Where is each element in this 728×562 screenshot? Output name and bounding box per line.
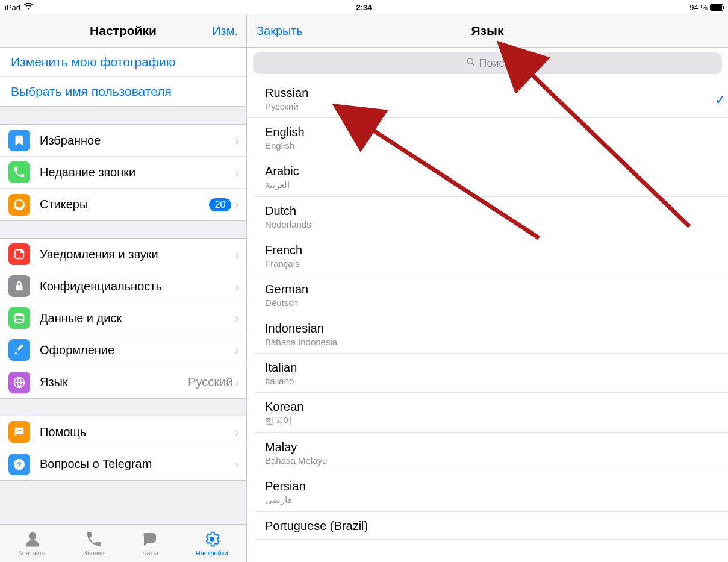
chevron-right-icon: › [235, 311, 239, 325]
language-native: Bahasa Melayu [265, 455, 718, 466]
tab-label: Настройки [196, 549, 228, 557]
tab-bar: Контакты Звонки Чаты Настройки [0, 524, 246, 562]
appearance-row[interactable]: Оформление › [0, 334, 246, 366]
help-row[interactable]: Помощь › [0, 416, 246, 448]
privacy-row[interactable]: Конфиденциальность › [0, 270, 246, 302]
language-row[interactable]: RussianРусский✓ [247, 79, 728, 118]
settings-title: Настройки [90, 23, 157, 38]
language-native: Italiano [265, 376, 718, 386]
language-name: Italian [265, 361, 718, 375]
language-name: Russian [265, 86, 718, 100]
setting-label: Избранное [40, 134, 235, 148]
phone-icon [8, 161, 30, 183]
language-name: Persian [265, 479, 718, 493]
setting-label: Язык [40, 375, 188, 389]
svg-point-5 [17, 430, 18, 431]
chevron-right-icon: › [235, 343, 239, 357]
tab-settings[interactable]: Настройки [196, 530, 228, 557]
status-bar: iPad 2:34 94 % [0, 0, 728, 14]
language-native: Bahasa Indonesia [265, 337, 718, 347]
language-row[interactable]: Persianفارسی [255, 472, 728, 512]
setting-label: Данные и диск [40, 311, 235, 325]
setting-label: Вопросы о Telegram [40, 457, 235, 471]
stickers-row[interactable]: Стикеры 20 › [0, 189, 246, 220]
battery-text: 94 % [689, 3, 708, 12]
language-name: German [265, 283, 718, 296]
settings-group-general: Избранное › Недавние звонки › Стикеры 20 [0, 125, 246, 220]
language-name: Korean [265, 400, 718, 414]
language-panel: Закрыть Язык Поиск RussianРусский✓Englis… [247, 14, 728, 562]
svg-text:?: ? [17, 460, 22, 469]
language-native: Nederlands [265, 219, 718, 229]
clock: 2:34 [356, 3, 372, 12]
language-row[interactable]: GermanDeutsch [255, 275, 728, 314]
chevron-right-icon: › [235, 134, 239, 148]
language-row[interactable]: FrenchFrançais [255, 236, 728, 275]
setting-label: Стикеры [40, 198, 209, 211]
chevron-right-icon: › [235, 425, 239, 439]
language-row[interactable]: Arabicالعربية [255, 157, 728, 197]
language-title: Язык [471, 23, 504, 38]
tab-label: Контакты [18, 549, 47, 557]
chevron-right-icon: › [235, 457, 239, 471]
checkmark-icon: ✓ [715, 92, 726, 108]
language-row[interactable]: Portuguese (Brazil) [255, 512, 728, 540]
notifications-row[interactable]: Уведомления и звуки › [0, 239, 246, 270]
svg-point-11 [210, 537, 214, 542]
language-row[interactable]: ItalianItaliano [255, 354, 728, 393]
language-row[interactable]: Korean한국어 [255, 393, 728, 433]
search-icon [466, 57, 476, 70]
brush-icon [8, 339, 30, 361]
language-name: French [265, 243, 718, 257]
language-row[interactable]: Язык Русский › [0, 366, 246, 398]
language-name: Dutch [265, 204, 718, 218]
language-name: Arabic [265, 164, 718, 178]
wifi-icon [24, 3, 33, 12]
language-row[interactable]: EnglishEnglish [255, 118, 728, 157]
disk-icon [8, 307, 30, 329]
chat-icon [8, 421, 30, 443]
language-row[interactable]: IndonesianBahasa Indonesia [255, 314, 728, 354]
recent-calls-row[interactable]: Недавние звонки › [0, 157, 246, 189]
stickers-badge: 20 [209, 198, 232, 211]
settings-panel: Настройки Изм. Изменить мою фотографию В… [0, 14, 247, 562]
tab-contacts[interactable]: Контакты [18, 530, 47, 557]
close-button[interactable]: Закрыть [257, 24, 303, 38]
edit-button[interactable]: Изм. [212, 24, 238, 38]
svg-point-2 [15, 313, 24, 317]
chevron-right-icon: › [235, 166, 239, 180]
language-native: فارسی [265, 495, 718, 505]
tab-label: Звонки [83, 549, 105, 557]
setting-label: Конфиденциальность [40, 279, 235, 293]
tab-chats[interactable]: Чаты [141, 530, 159, 557]
language-native: Français [265, 258, 718, 269]
language-row[interactable]: MalayBahasa Melayu [255, 433, 728, 472]
setting-label: Недавние звонки [40, 166, 235, 180]
tab-label: Чаты [142, 549, 158, 557]
language-name: English [265, 125, 718, 139]
language-list[interactable]: RussianРусский✓EnglishEnglishArabicالعرب… [247, 79, 728, 562]
language-native: English [265, 140, 718, 151]
sticker-icon [8, 194, 30, 216]
bell-icon [8, 243, 30, 265]
search-input[interactable]: Поиск [253, 52, 722, 74]
language-row[interactable]: DutchNederlands [255, 197, 728, 236]
search-placeholder: Поиск [479, 57, 509, 70]
settings-group-prefs: Уведомления и звуки › Конфиденциальность… [0, 239, 246, 398]
battery-icon [710, 4, 723, 11]
language-name: Portuguese (Brazil) [265, 519, 718, 533]
tab-calls[interactable]: Звонки [83, 530, 105, 557]
faq-row[interactable]: ? Вопросы о Telegram › [0, 448, 246, 480]
data-storage-row[interactable]: Данные и диск › [0, 302, 246, 334]
svg-point-7 [20, 430, 22, 431]
svg-point-10 [29, 532, 37, 540]
language-native: العربية [265, 180, 718, 190]
favorites-row[interactable]: Избранное › [0, 125, 246, 157]
setting-label: Оформление [40, 343, 235, 357]
svg-line-13 [472, 63, 474, 66]
language-name: Indonesian [265, 322, 718, 336]
change-photo-link[interactable]: Изменить мою фотографию [0, 48, 246, 77]
choose-username-link[interactable]: Выбрать имя пользователя [0, 77, 246, 106]
globe-icon [8, 372, 30, 393]
settings-group-help: Помощь › ? Вопросы о Telegram › [0, 416, 246, 480]
